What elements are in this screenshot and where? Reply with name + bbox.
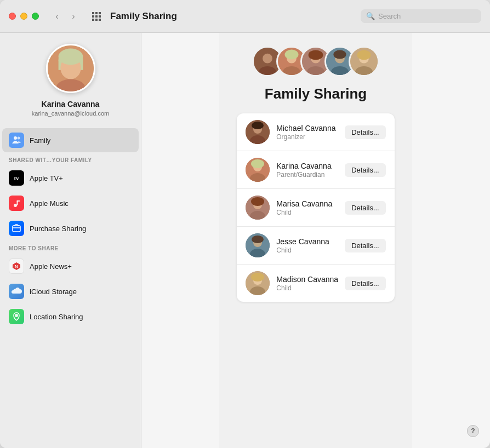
svg-point-51 — [252, 236, 264, 243]
grid-icon — [92, 12, 101, 21]
svg-point-55 — [251, 273, 264, 282]
close-button[interactable] — [9, 13, 16, 20]
family-avatars-row — [252, 46, 379, 77]
main-content: Family Sharing — [219, 33, 412, 448]
forward-button[interactable]: › — [66, 9, 81, 24]
svg-rect-10 — [17, 200, 20, 202]
member-avatar — [246, 271, 270, 295]
back-button[interactable]: ‹ — [50, 9, 64, 24]
details-button[interactable]: Details... — [345, 277, 386, 290]
details-button[interactable]: Details... — [345, 239, 386, 252]
svg-point-23 — [285, 50, 299, 60]
titlebar: ‹ › Family Sharing 🔍 — [0, 0, 490, 33]
member-info: Karina Cavanna Parent/Guardian — [276, 162, 338, 179]
svg-point-47 — [251, 197, 264, 206]
svg-point-4 — [58, 49, 83, 65]
svg-point-39 — [252, 122, 264, 129]
table-row: Karina Cavanna Parent/Guardian Details..… — [237, 151, 394, 189]
search-icon: 🔍 — [366, 12, 375, 20]
member-name: Madison Cavanna — [276, 275, 338, 284]
member-name: Jesse Cavanna — [276, 237, 338, 246]
appletv-icon: tv — [9, 170, 24, 186]
family-label: Family — [30, 136, 50, 145]
profile-name: Karina Cavanna — [42, 100, 100, 108]
member-info: Michael Cavanna Organizer — [276, 124, 338, 141]
table-row: Jesse Cavanna Child Details... — [237, 227, 394, 265]
content-area: Karina Cavanna karina_cavanna@icloud.com… — [0, 33, 490, 448]
search-bar[interactable]: 🔍 — [361, 9, 481, 23]
location-icon — [9, 309, 24, 324]
svg-point-7 — [18, 137, 20, 140]
member-role: Parent/Guardian — [276, 171, 338, 179]
member-name: Michael Cavanna — [276, 124, 338, 133]
avatar-image — [48, 44, 94, 93]
family-member-list: Michael Cavanna Organizer Details... — [237, 113, 394, 302]
location-label: Location Sharing — [30, 313, 83, 321]
details-button[interactable]: Details... — [345, 163, 386, 177]
sidebar-item-purchasesharing[interactable]: Purchase Sharing — [2, 216, 139, 240]
member-role: Organizer — [276, 133, 338, 141]
svg-point-6 — [14, 136, 17, 140]
svg-point-27 — [309, 50, 323, 60]
member-info: Madison Cavanna Child — [276, 275, 338, 292]
applemusic-label: Apple Music — [30, 199, 69, 208]
main-title: Family Sharing — [265, 85, 367, 102]
applemusic-icon — [9, 196, 24, 211]
more-section-header: MORE TO SHARE — [0, 241, 141, 254]
fullscreen-button[interactable] — [32, 13, 39, 20]
sidebar-item-applemusic[interactable]: Apple Music — [2, 191, 139, 215]
sidebar: Karina Cavanna karina_cavanna@icloud.com… — [0, 33, 141, 448]
member-name: Karina Cavanna — [276, 162, 338, 170]
sidebar-profile: Karina Cavanna karina_cavanna@icloud.com — [0, 44, 141, 128]
sidebar-item-applenews[interactable]: N Apple News+ — [2, 254, 139, 278]
sidebar-item-location[interactable]: Location Sharing — [2, 305, 139, 329]
details-button[interactable]: Details... — [345, 125, 386, 139]
table-row: Michael Cavanna Organizer Details... — [237, 113, 394, 151]
nav-buttons: ‹ › — [50, 9, 81, 24]
search-input[interactable] — [378, 12, 466, 20]
svg-point-35 — [357, 50, 371, 60]
svg-point-31 — [333, 50, 346, 59]
shared-section-header: SHARED WIT…YOUR FAMILY — [0, 153, 141, 165]
table-row: Madison Cavanna Child Details... — [237, 265, 394, 302]
sidebar-item-icloud[interactable]: iCloud Storage — [2, 279, 139, 303]
member-avatar — [246, 233, 270, 257]
purchasesharing-label: Purchase Sharing — [30, 225, 86, 233]
grid-view-button[interactable] — [89, 9, 104, 24]
icloud-label: iCloud Storage — [30, 288, 77, 296]
svg-point-17 — [263, 54, 272, 64]
minimize-button[interactable] — [20, 13, 27, 20]
purchasesharing-icon — [9, 221, 24, 236]
member-avatar — [246, 120, 270, 144]
main-window: ‹ › Family Sharing 🔍 — [0, 0, 490, 448]
details-button[interactable]: Details... — [345, 201, 386, 215]
icloud-icon — [9, 284, 24, 299]
svg-point-43 — [251, 159, 264, 168]
applenews-icon: N — [9, 259, 24, 274]
member-avatar — [246, 158, 270, 182]
member-info: Marisa Cavanna Child — [276, 199, 338, 216]
svg-point-8 — [14, 204, 17, 207]
member-role: Child — [276, 284, 338, 292]
help-button[interactable]: ? — [467, 425, 479, 437]
profile-email: karina_cavanna@icloud.com — [32, 110, 109, 117]
table-row: Marisa Cavanna Child Details... — [237, 189, 394, 227]
svg-rect-11 — [13, 226, 20, 232]
member-role: Child — [276, 246, 338, 254]
profile-avatar — [46, 44, 95, 93]
svg-text:N: N — [15, 264, 18, 269]
appletv-label: Apple TV+ — [30, 174, 63, 182]
sidebar-item-family[interactable]: Family — [2, 128, 139, 152]
family-icon — [9, 133, 24, 148]
applenews-label: Apple News+ — [30, 262, 72, 271]
member-role: Child — [276, 209, 338, 216]
window-title: Family Sharing — [110, 11, 354, 22]
traffic-lights — [9, 13, 39, 20]
sidebar-item-appletv[interactable]: tv Apple TV+ — [2, 166, 139, 190]
member-name: Marisa Cavanna — [276, 199, 338, 208]
svg-point-15 — [15, 314, 18, 317]
main-wrapper: Family Sharing — [141, 33, 490, 448]
member-avatar — [246, 196, 270, 220]
member-avatar-madison — [349, 46, 379, 77]
member-info: Jesse Cavanna Child — [276, 237, 338, 254]
